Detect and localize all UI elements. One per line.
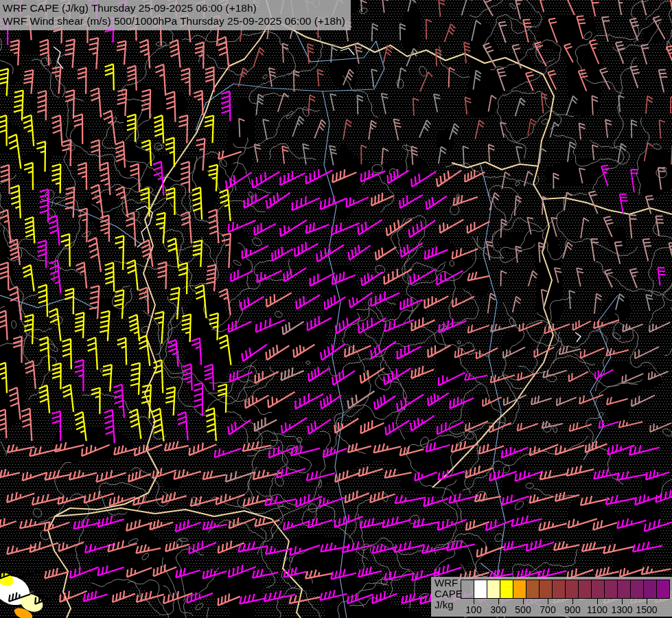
legend-tick (597, 599, 598, 604)
legend-tick-label: 500 (515, 604, 531, 615)
map-title-overlay: WRF CAPE (J/kg) Thursday 25-09-2025 06:0… (0, 0, 351, 30)
legend-tick-label: 700 (540, 604, 555, 615)
legend-color-box (656, 580, 670, 599)
cape-legend: WRF CAPE J/kg 10030050070090011001300150… (431, 577, 672, 617)
legend-tick (622, 599, 623, 604)
title-line-cape: WRF CAPE (J/kg) Thursday 25-09-2025 06:0… (3, 1, 345, 14)
legend-color-strip (461, 580, 670, 599)
legend-tick-label: 1300 (611, 604, 632, 615)
legend-tick-label: 1100 (587, 604, 607, 615)
legend-tick (474, 599, 474, 604)
legend-tick (647, 599, 647, 604)
legend-color-box (617, 580, 631, 599)
legend-tick-label: 900 (564, 604, 580, 615)
legend-color-box (643, 580, 657, 599)
legend-tick-label: 100 (465, 604, 481, 615)
legend-color-box (591, 580, 605, 599)
legend-color-box (630, 580, 644, 599)
legend-color-box (474, 580, 487, 599)
legend-tick (548, 599, 548, 604)
legend-color-box (552, 580, 566, 599)
legend-color-box (500, 580, 513, 599)
legend-color-box (604, 580, 618, 599)
legend-label: WRF CAPE J/kg (435, 577, 463, 610)
legend-label-cape: CAPE (435, 588, 463, 599)
legend-color-box (578, 580, 592, 599)
weather-map-canvas (0, 0, 672, 618)
legend-color-box (487, 580, 500, 599)
weather-map-frame: WRF CAPE (J/kg) Thursday 25-09-2025 06:0… (0, 0, 672, 618)
legend-label-wrf: WRF (435, 577, 463, 588)
title-line-shear: WRF Wind shear (m/s) 500/1000hPa Thursda… (3, 14, 345, 27)
legend-color-box (461, 580, 474, 599)
legend-color-box (565, 580, 579, 599)
legend-color-box (539, 580, 553, 599)
legend-color-box (526, 580, 540, 599)
legend-tick-label: 300 (490, 604, 506, 615)
legend-tick (498, 599, 499, 604)
legend-tick (523, 599, 524, 604)
legend-label-unit: J/kg (435, 599, 463, 610)
legend-tick-label: 1500 (636, 604, 657, 615)
legend-color-box (513, 580, 526, 599)
legend-tick (572, 599, 573, 604)
